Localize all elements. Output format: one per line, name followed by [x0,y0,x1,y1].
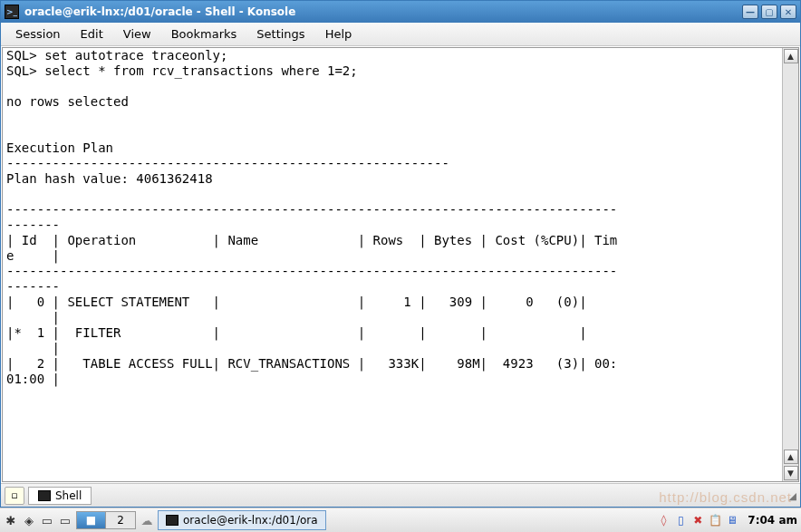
quicklaunch-terminal-icon[interactable]: ▭ [58,513,72,527]
clock[interactable]: 7:04 am [748,514,797,527]
menu-edit[interactable]: Edit [72,24,112,44]
terminal-icon [166,515,179,526]
task-label: oracle@erik-lnx:/d01/ora [183,514,318,527]
scroll-down-icon[interactable]: ▼ [784,466,798,480]
terminal-wrap: SQL> set autotrace traceonly; SQL> selec… [2,47,799,482]
menubar: Session Edit View Bookmarks Settings Hel… [1,23,800,46]
scroll-track[interactable] [783,64,798,450]
cloud-icon[interactable]: ☁ [140,513,154,527]
minimize-button[interactable]: — [742,5,758,19]
scrollbar[interactable]: ▲ ▲ ▼ [782,48,798,481]
desktop-switcher: ■ 2 [76,511,136,529]
systray-icon-3[interactable]: ✖ [690,513,705,527]
window-buttons: — ▢ ✕ [742,5,796,19]
quicklaunch-home-icon[interactable]: ▭ [40,513,54,527]
terminal-viewport[interactable]: SQL> set autotrace traceonly; SQL> selec… [3,48,782,481]
tabbar: ▫ Shell ◢ [1,483,800,507]
window-title: oracle@erik-lnx:/d01/oracle - Shell - Ko… [24,5,742,18]
resize-grip-icon: ◢ [784,489,796,502]
close-button[interactable]: ✕ [780,5,796,19]
menu-help[interactable]: Help [316,24,362,44]
konsole-window: >_ oracle@erik-lnx:/d01/oracle - Shell -… [0,0,801,508]
maximize-button[interactable]: ▢ [761,5,777,19]
desktop-2[interactable]: 2 [106,512,135,528]
scroll-up2-icon[interactable]: ▲ [784,450,798,464]
konsole-icon: >_ [5,5,19,19]
systray-clipboard-icon[interactable]: 📋 [708,513,722,527]
taskbar: ✱ ◈ ▭ ▭ ■ 2 ☁ oracle@erik-lnx:/d01/ora ◊… [0,508,801,532]
menu-bookmarks[interactable]: Bookmarks [162,24,246,44]
taskbar-item-konsole[interactable]: oracle@erik-lnx:/d01/ora [158,510,326,530]
systray-icon-1[interactable]: ◊ [656,513,671,527]
systray-network-icon[interactable]: 🖥 [725,513,739,527]
quicklaunch-desktop-icon[interactable]: ◈ [22,513,36,527]
menu-session[interactable]: Session [6,24,70,44]
menu-view[interactable]: View [114,24,160,44]
systray-icon-2[interactable]: ▯ [673,513,688,527]
quicklaunch-run-icon[interactable]: ✱ [4,513,18,527]
tab-shell[interactable]: Shell [28,487,92,505]
menu-settings[interactable]: Settings [247,24,314,44]
titlebar[interactable]: >_ oracle@erik-lnx:/d01/oracle - Shell -… [1,1,800,23]
tab-label: Shell [55,489,82,502]
terminal-icon [38,490,51,501]
new-tab-button[interactable]: ▫ [5,487,24,505]
desktop-1[interactable]: ■ [77,512,106,528]
scroll-up-icon[interactable]: ▲ [784,49,798,63]
systray: ◊ ▯ ✖ 📋 🖥 7:04 am [656,513,797,527]
